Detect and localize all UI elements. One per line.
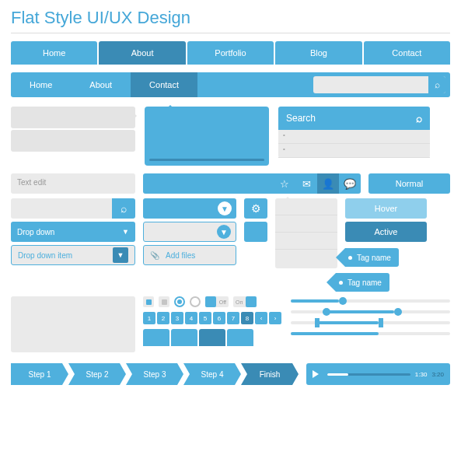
nav-portfolio[interactable]: Portfolio xyxy=(187,41,274,65)
play-icon[interactable] xyxy=(313,370,323,378)
nav-primary: Home About Portfolio Blog Contact xyxy=(11,41,450,65)
step-3[interactable]: Step 3 xyxy=(126,363,183,385)
button-hover[interactable]: Hover xyxy=(345,198,427,219)
form-controls: Off On xyxy=(143,296,283,307)
nav-search-input[interactable] xyxy=(313,81,428,89)
nav-home[interactable]: Home xyxy=(11,41,97,65)
toggle-off[interactable]: Off xyxy=(205,296,229,307)
download-button-solid[interactable]: ▼ xyxy=(143,198,236,219)
dropdown-item-label: Drop down item xyxy=(18,251,72,260)
search-results: • • xyxy=(278,130,430,158)
page-6[interactable]: 6 xyxy=(213,312,225,324)
tab-2[interactable] xyxy=(171,329,197,346)
audio-player: 1:30 3:20 xyxy=(306,363,450,385)
dropdown[interactable]: Drop down ▼ xyxy=(11,222,135,242)
slider-bar-range[interactable] xyxy=(291,321,450,324)
dropdown-item[interactable]: Drop down item ▼ xyxy=(11,245,135,265)
search-panel-header[interactable]: Search ⌕ xyxy=(278,107,430,130)
slider-range[interactable] xyxy=(291,310,450,313)
progress-bar xyxy=(291,332,450,335)
step-wizard: Step 1 Step 2 Step 3 Step 4 Finish xyxy=(11,363,299,385)
tag-label: Tag name xyxy=(357,254,391,262)
search-icon[interactable]: ⌕ xyxy=(112,198,135,219)
step-finish[interactable]: Finish xyxy=(241,363,299,385)
tab-3[interactable] xyxy=(199,329,225,346)
search-small: ⌕ xyxy=(11,198,135,219)
download-icon: ▼ xyxy=(218,201,232,215)
list-item[interactable]: • xyxy=(278,130,430,144)
button-normal[interactable]: Normal xyxy=(368,173,450,194)
chevron-down-icon: ▼ xyxy=(122,228,129,236)
dropdown-label: Drop down xyxy=(17,228,54,236)
page-4[interactable]: 4 xyxy=(185,312,197,324)
nav-search: ⌕ xyxy=(313,76,445,93)
search-icon[interactable]: ⌕ xyxy=(416,112,422,124)
pagination: 1 2 3 4 5 6 7 8 ‹ › xyxy=(143,312,283,324)
step-1[interactable]: Step 1 xyxy=(11,363,68,385)
checkbox-unchecked[interactable] xyxy=(159,296,169,307)
player-current-time: 1:30 xyxy=(415,371,428,378)
nav-secondary: Home About Contact ⌕ xyxy=(11,72,450,97)
page-5[interactable]: 5 xyxy=(199,312,211,324)
list-item[interactable] xyxy=(275,215,337,233)
tabs xyxy=(143,329,283,346)
list-item[interactable]: • xyxy=(278,144,430,158)
dropdown-panel xyxy=(275,198,337,268)
step-2[interactable]: Step 2 xyxy=(68,363,126,385)
page-1[interactable]: 1 xyxy=(143,312,155,324)
list-item[interactable] xyxy=(275,233,337,250)
attachment-icon: 📎 xyxy=(150,251,159,260)
search-panel-label: Search xyxy=(286,113,316,124)
search-icon[interactable]: ⌕ xyxy=(428,76,445,93)
add-files-button[interactable]: 📎 Add files xyxy=(143,245,236,265)
tab-4[interactable] xyxy=(227,329,253,346)
menu-button[interactable] xyxy=(244,222,267,242)
player-track[interactable] xyxy=(327,373,410,376)
radio-checked[interactable] xyxy=(174,296,185,307)
nav2-about[interactable]: About xyxy=(71,72,131,97)
tag-label: Tag name xyxy=(347,278,382,287)
nav-about[interactable]: About xyxy=(99,41,185,65)
tab-1[interactable] xyxy=(143,329,169,346)
divider xyxy=(11,33,450,33)
speech-bubble-blue xyxy=(145,107,269,166)
add-files-label: Add files xyxy=(166,251,195,260)
list-item[interactable] xyxy=(275,198,337,215)
settings-icon[interactable]: ⚙ xyxy=(244,198,267,219)
chat-icon[interactable]: 💬 xyxy=(339,173,361,194)
page-prev[interactable]: ‹ xyxy=(255,312,267,324)
content-placeholder xyxy=(11,296,135,352)
page-7[interactable]: 7 xyxy=(227,312,239,324)
radio-unchecked[interactable] xyxy=(190,296,201,307)
tag[interactable]: Tag name xyxy=(345,248,399,267)
user-icon[interactable]: 👤 xyxy=(317,173,339,194)
star-icon[interactable]: ☆ xyxy=(274,173,295,194)
icon-toolbar: ☆ ✉ 👤 💬 xyxy=(143,173,361,194)
speech-bubble-grey xyxy=(11,107,135,166)
slider-single[interactable] xyxy=(291,299,450,303)
nav-blog[interactable]: Blog xyxy=(275,41,361,65)
player-total-time: 3:20 xyxy=(431,371,444,378)
tag[interactable]: Tag name xyxy=(336,273,389,292)
text-edit-input[interactable]: Text edit xyxy=(11,173,135,194)
search-panel: Search ⌕ • • xyxy=(278,107,430,166)
page-8[interactable]: 8 xyxy=(241,312,253,324)
nav-contact[interactable]: Contact xyxy=(364,41,450,65)
download-button-outline[interactable]: ▼ xyxy=(143,222,236,242)
chevron-down-icon: ▼ xyxy=(113,247,128,263)
nav2-contact[interactable]: Contact xyxy=(131,72,197,97)
search-small-input[interactable] xyxy=(11,198,112,219)
toggle-on[interactable]: On xyxy=(233,296,257,307)
step-4[interactable]: Step 4 xyxy=(183,363,241,385)
button-active[interactable]: Active xyxy=(345,222,427,242)
page-3[interactable]: 3 xyxy=(171,312,183,324)
mail-icon[interactable]: ✉ xyxy=(295,173,317,194)
page-2[interactable]: 2 xyxy=(157,312,169,324)
checkbox-checked[interactable] xyxy=(143,296,154,307)
nav2-home[interactable]: Home xyxy=(11,72,71,97)
download-icon: ▼ xyxy=(217,225,231,239)
page-next[interactable]: › xyxy=(269,312,281,324)
page-title: Flat Style UI/UX Design xyxy=(11,8,450,28)
